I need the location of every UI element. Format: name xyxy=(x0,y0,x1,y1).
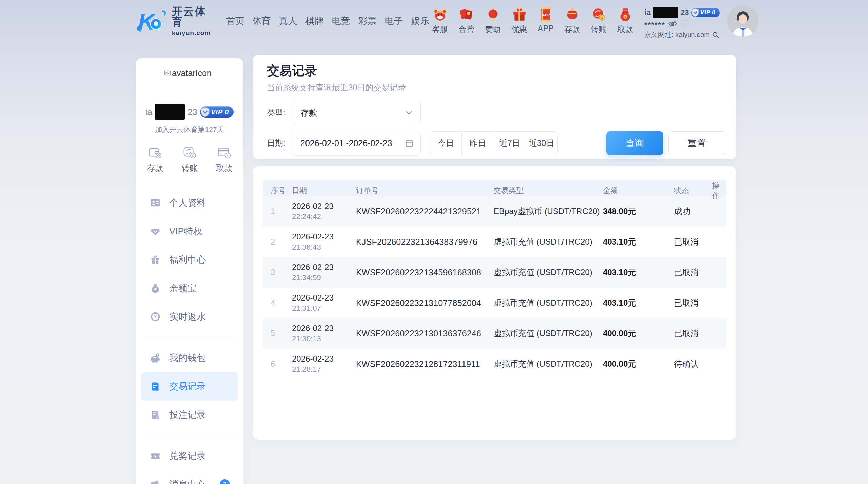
sidebar-item-rebate[interactable]: ¥ 实时返水 xyxy=(136,303,243,331)
bet-record-icon xyxy=(150,409,161,420)
nav-casino[interactable]: 娱乐 xyxy=(411,15,430,27)
user-name-row[interactable]: ia23 VIP 0 xyxy=(645,7,720,18)
type-select[interactable]: 存款 xyxy=(292,100,421,125)
eye-slash-icon[interactable] xyxy=(668,19,678,29)
deposit-wallet-icon xyxy=(147,145,163,160)
vip-gem-icon xyxy=(150,226,161,237)
quicklink-label: 转账 xyxy=(591,24,607,35)
sidebar-item-yuebao[interactable]: 余额宝 xyxy=(136,274,243,303)
cell-order-no: KWSF202602232134596168308 xyxy=(356,268,494,277)
broken-avatar-image: avatarIcon xyxy=(164,67,215,90)
sidebar-item-label: 个人资料 xyxy=(169,197,206,209)
nav-home[interactable]: 首页 xyxy=(226,15,244,27)
sidebar-item-transactions[interactable]: 交易记录 xyxy=(141,372,238,401)
table-header: 序号 日期 订单号 交易类型 金额 状态 操作 xyxy=(263,180,726,196)
quicklink-partner[interactable]: 合营 xyxy=(456,6,477,35)
sidebar-quick-actions: 存款 转账 ¥ 取款 xyxy=(136,145,243,174)
nav-sports[interactable]: 体育 xyxy=(253,15,271,27)
sidebar-item-vip[interactable]: VIP特权 xyxy=(136,217,243,246)
cell-date-value: 2026-02-23 xyxy=(292,323,356,333)
chevron-down-circle-icon[interactable] xyxy=(680,19,689,28)
app-icon-text: APP xyxy=(542,13,549,17)
nav-live[interactable]: 真人 xyxy=(279,15,297,27)
vip-level-text: VIP 0 xyxy=(700,9,716,16)
cell-time-value: 21:28:17 xyxy=(292,365,356,374)
quick-action-deposit[interactable]: 存款 xyxy=(147,145,163,174)
cell-transaction-type: 虚拟币充值 (USDT/TRC20) xyxy=(494,236,603,247)
quicklink-deposit[interactable]: 存款 xyxy=(562,6,583,35)
quicklink-sponsor[interactable]: 赞助 xyxy=(482,6,504,35)
date-range-input[interactable]: 2026-02-01~2026-02-23 xyxy=(292,131,421,156)
nav-lottery[interactable]: 彩票 xyxy=(358,15,377,27)
reset-button[interactable]: 重置 xyxy=(668,131,725,155)
magnifier-icon[interactable] xyxy=(712,31,719,39)
col-type: 交易类型 xyxy=(494,186,603,196)
user-avatar[interactable] xyxy=(727,5,758,37)
shortcut-today[interactable]: 今日 xyxy=(430,132,461,155)
cell-date-value: 2026-02-23 xyxy=(292,262,356,272)
shortcut-yesterday[interactable]: 昨日 xyxy=(461,132,493,155)
cell-date: 2026-02-23 22:24:42 xyxy=(292,201,356,221)
ticket-icon: ¥ xyxy=(150,450,161,461)
megaphone-icon xyxy=(150,479,161,484)
quick-action-transfer[interactable]: 转账 xyxy=(181,145,198,174)
table-row: 6 2026-02-23 21:28:17 KWSF20260223212817… xyxy=(263,349,726,379)
nav-slots[interactable]: 电子 xyxy=(385,15,403,27)
search-button[interactable]: 查询 xyxy=(606,131,663,155)
nav-esports[interactable]: 电竞 xyxy=(332,15,350,27)
cell-date: 2026-02-23 21:30:13 xyxy=(292,323,356,344)
cell-time-value: 22:24:42 xyxy=(292,212,356,221)
gift-icon xyxy=(150,254,161,265)
treasure-pot-icon xyxy=(564,6,581,23)
masked-balance: ****** xyxy=(645,19,665,29)
cell-date: 2026-02-23 21:34:59 xyxy=(292,262,356,283)
sidebar-username-suffix: 23 xyxy=(188,107,197,117)
sidebar-item-messages[interactable]: 消息中心 2 xyxy=(136,470,243,484)
main-nav: 首页 体育 真人 棋牌 电竞 彩票 电子 娱乐 xyxy=(226,5,430,37)
quicklink-promo[interactable]: 优惠 xyxy=(509,6,530,35)
cell-date-value: 2026-02-23 xyxy=(292,201,356,211)
records-table-card: 序号 日期 订单号 交易类型 金额 状态 操作 1 2026-02-23 22:… xyxy=(253,166,736,440)
quicklink-transfer[interactable]: ¥ 转账 xyxy=(588,6,609,35)
cell-amount: 403.10元 xyxy=(603,297,674,308)
nav-chess[interactable]: 棋牌 xyxy=(305,15,324,27)
shortcut-7days[interactable]: 近7日 xyxy=(494,132,526,155)
sidebar-vip-badge: VIP 0 xyxy=(200,106,234,118)
cell-index: 5 xyxy=(271,329,292,338)
sidebar-item-welfare[interactable]: 福利中心 xyxy=(136,246,243,274)
calendar-icon xyxy=(405,139,414,148)
date-shortcut-group: 今日 昨日 近7日 近30日 xyxy=(430,131,558,155)
sidebar-item-wallet[interactable]: $ 我的钱包 xyxy=(136,344,243,372)
quicklink-label: 赞助 xyxy=(485,24,501,35)
quicklink-app[interactable]: APP APP xyxy=(535,6,556,33)
brand-logo[interactable]: K 开云体育 kaiyun.com xyxy=(136,5,214,37)
cell-date-value: 2026-02-23 xyxy=(292,232,356,242)
cell-transaction-type: 虚拟币充值 (USDT/TRC20) xyxy=(494,328,603,339)
red-envelopes-icon xyxy=(458,6,475,23)
quick-action-label: 转账 xyxy=(181,163,198,174)
sidebar-item-profile[interactable]: 个人资料 xyxy=(136,189,243,217)
sidebar-username-redaction xyxy=(155,104,185,120)
piggy-bank-icon: $ xyxy=(150,352,161,363)
cell-status: 已取消 xyxy=(674,236,712,247)
username-suffix: 23 xyxy=(680,8,689,17)
sidebar-item-bets[interactable]: 投注记录 xyxy=(136,401,243,429)
kaiyun-logo-icon: K xyxy=(136,6,168,36)
cell-status: 已取消 xyxy=(674,297,712,308)
sidebar-item-label: 实时返水 xyxy=(169,311,206,323)
quick-action-withdraw[interactable]: ¥ 取款 xyxy=(216,145,232,174)
type-label: 类型: xyxy=(267,107,292,118)
sidebar-item-redeem[interactable]: ¥ 兑奖记录 xyxy=(136,442,243,470)
col-amount: 金额 xyxy=(603,186,674,196)
quicklink-service[interactable]: 客服 xyxy=(430,6,451,35)
cell-transaction-type: 虚拟币充值 (USDT/TRC20) xyxy=(494,267,603,278)
money-bag-icon: ¥ xyxy=(617,6,634,23)
type-select-value: 存款 xyxy=(300,107,404,118)
quick-links: 客服 合营 赞助 xyxy=(430,5,636,39)
vip-shield-icon xyxy=(690,7,701,18)
shortcut-30days[interactable]: 近30日 xyxy=(526,132,557,155)
quick-action-label: 存款 xyxy=(147,163,163,174)
cell-time-value: 21:30:13 xyxy=(292,334,356,344)
cell-amount: 400.00元 xyxy=(603,328,674,339)
quicklink-withdraw[interactable]: ¥ 取款 xyxy=(615,6,636,35)
